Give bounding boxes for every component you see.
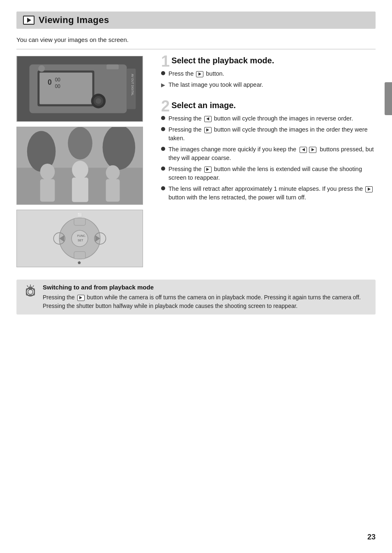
play-button-icon	[196, 71, 203, 77]
playback-header-icon	[23, 16, 35, 25]
step-2-bullet-4: Pressing the button while the lens is ex…	[161, 165, 376, 182]
step-1-bullet-1-text: Press the button.	[168, 69, 224, 78]
svg-text:FUNC.: FUNC.	[77, 234, 86, 237]
right-column: 1 Select the playback mode. Press the bu…	[154, 56, 376, 213]
step-2-b2-text: Pressing the button will cycle through t…	[168, 125, 376, 143]
step-2-title: Select an image.	[171, 101, 236, 110]
note-box: Switching to and from playback mode Pres…	[16, 280, 376, 315]
play-button-icon-2	[204, 167, 212, 173]
kids-svg	[17, 127, 143, 205]
svg-rect-25	[106, 179, 120, 202]
right-triangle	[206, 128, 209, 132]
arrow-bullet: ▶	[161, 81, 165, 89]
bullet-circle	[161, 167, 165, 171]
bullet-circle	[161, 127, 165, 131]
play-triangle-small	[198, 72, 201, 76]
play-button-icon-3	[365, 186, 373, 192]
svg-text:SET: SET	[78, 239, 83, 242]
svg-line-45	[33, 285, 34, 287]
svg-rect-21	[40, 179, 55, 202]
bullet-circle	[161, 71, 165, 75]
note-icon	[23, 284, 38, 298]
step-2-b5-text: The lens will retract after approximatel…	[168, 185, 376, 202]
step-2-b1-text: Pressing the button will cycle through t…	[168, 114, 353, 123]
note-content: Switching to and from playback mode Pres…	[43, 284, 369, 310]
bullet-circle	[161, 147, 165, 151]
step-2-b3-text: The images change more quickly if you ke…	[168, 145, 376, 162]
step-2-bullet-2: Pressing the button will cycle through t…	[161, 125, 376, 143]
controls-image: FUNC. SET ⬜ ⬟	[16, 210, 143, 267]
note-icon-svg	[23, 284, 38, 298]
step-1-bullet-1: Press the button.	[161, 69, 376, 78]
svg-point-18	[103, 127, 135, 170]
step-2-b4-text: Pressing the button while the lens is ex…	[168, 165, 376, 182]
left-column: 0 00 00 AV OUT DIGITAL	[16, 56, 144, 267]
svg-point-13	[38, 65, 45, 72]
step-2-bullet-5: The lens will retract after approximatel…	[161, 185, 376, 202]
svg-text:AV OUT DIGITAL: AV OUT DIGITAL	[131, 74, 134, 95]
step-2-number: 2	[161, 98, 170, 114]
svg-point-24	[106, 165, 120, 180]
page: Viewing Images You can view your images …	[0, 0, 392, 553]
right-button-icon	[204, 127, 212, 133]
note-title: Switching to and from playback mode	[43, 284, 369, 291]
page-title: Viewing Images	[39, 15, 109, 25]
step-2-bullet-3: The images change more quickly if you ke…	[161, 145, 376, 162]
svg-point-11	[96, 98, 101, 104]
svg-text:⬟: ⬟	[78, 261, 81, 265]
intro-text: You can view your images on the screen.	[16, 36, 376, 43]
divider	[16, 49, 376, 49]
main-content: 0 00 00 AV OUT DIGITAL	[16, 56, 376, 267]
svg-rect-37	[74, 218, 85, 225]
step-2-content: 2 Select an image. Pressing the button w…	[154, 101, 376, 202]
svg-rect-12	[106, 65, 119, 69]
step-1-number: 1	[161, 53, 170, 69]
lr-button-icons	[299, 147, 317, 153]
svg-text:00: 00	[55, 77, 61, 83]
step-2-bullet-1: Pressing the button will cycle through t…	[161, 114, 376, 123]
step-1-bullet-2-text: The last image you took will appear.	[168, 81, 263, 89]
right-btn-small	[309, 147, 316, 153]
camera-svg: 0 00 00 AV OUT DIGITAL	[17, 56, 143, 121]
svg-point-20	[40, 164, 55, 180]
left-triangle	[206, 117, 209, 120]
camera-image: 0 00 00 AV OUT DIGITAL	[16, 56, 143, 122]
svg-point-19	[68, 127, 92, 160]
controls-svg: FUNC. SET ⬜ ⬟	[17, 210, 143, 267]
svg-point-22	[72, 161, 88, 179]
page-number: 23	[367, 533, 376, 541]
step-2-bullets: Pressing the button will cycle through t…	[161, 114, 376, 202]
step-1-bullets: Press the button. ▶ The last image you t…	[161, 69, 376, 89]
left-button-icon	[204, 116, 212, 122]
step-1-title: Select the playback mode.	[171, 56, 274, 65]
kids-photo	[16, 127, 143, 205]
page-header: Viewing Images	[16, 12, 376, 29]
step-1-content: 1 Select the playback mode. Press the bu…	[154, 56, 376, 89]
svg-text:0: 0	[48, 78, 52, 86]
note-text: Pressing the button while the camera is …	[43, 293, 369, 310]
svg-point-42	[28, 289, 33, 294]
svg-rect-3	[39, 73, 92, 104]
play-triangle	[27, 18, 31, 23]
side-tab	[385, 82, 392, 115]
step-1-bullet-2: ▶ The last image you took will appear.	[161, 81, 376, 89]
bullet-circle	[161, 116, 165, 120]
left-btn-small	[300, 147, 307, 153]
svg-rect-38	[74, 252, 85, 259]
play-button-icon-note	[77, 295, 85, 301]
svg-text:00: 00	[55, 83, 61, 89]
bullet-circle	[161, 186, 165, 190]
svg-line-44	[27, 285, 28, 287]
svg-text:⬜: ⬜	[78, 213, 83, 217]
svg-rect-23	[72, 178, 88, 202]
step-1: 1 Select the playback mode. Press the bu…	[154, 56, 376, 89]
step-2: 2 Select an image. Pressing the button w…	[154, 101, 376, 202]
